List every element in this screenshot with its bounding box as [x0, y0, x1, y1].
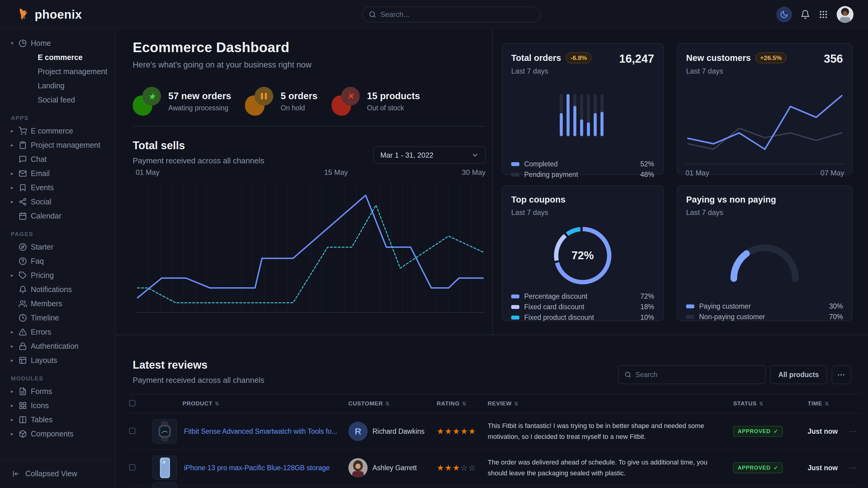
apps-menu-button[interactable]	[818, 10, 828, 19]
section-label-apps: APPS	[11, 115, 115, 122]
collapsed-view-toggle[interactable]: Collapsed View	[0, 459, 115, 488]
brand-logo[interactable]: phoenix	[17, 0, 82, 29]
sidebar-item-calendar[interactable]: Calendar	[0, 209, 115, 223]
customer-cell[interactable]: Ashley Garrett	[348, 458, 437, 478]
sort-icon	[514, 400, 519, 407]
alert-triangle-icon	[19, 328, 31, 336]
dark-mode-toggle[interactable]	[776, 7, 792, 22]
row-checkbox[interactable]	[129, 428, 135, 434]
new-customers-value: 356	[824, 53, 843, 65]
page-subtitle: Here's what's going on at your business …	[133, 60, 312, 70]
top-navbar: phoenix	[0, 0, 868, 29]
user-avatar[interactable]	[837, 6, 854, 23]
chevron-right-icon	[11, 170, 19, 176]
on-hold-pause-icon	[245, 87, 273, 116]
product-thumbnail-iphone[interactable]	[153, 456, 177, 480]
total-orders-card: Total orders -6.8% Last 7 days 16,247 Co…	[502, 43, 663, 175]
sidebar-item-layouts[interactable]: Layouts	[0, 353, 115, 367]
column-review[interactable]: REVIEW	[488, 400, 733, 407]
moon-icon	[780, 10, 788, 19]
global-search[interactable]	[362, 7, 540, 22]
main-content: Ecommerce Dashboard Here's what's going …	[116, 29, 868, 488]
reviews-search-input[interactable]	[636, 371, 759, 379]
new-customers-card: New customers +26.5% Last 7 days 356 01 …	[677, 43, 852, 175]
product-link[interactable]: iPhone 13 pro max-Pacific Blue-128GB sto…	[184, 464, 330, 472]
chevron-down-icon	[11, 40, 19, 46]
sidebar-item-events[interactable]: Events	[0, 181, 115, 195]
sidebar-item-ecommerce-app[interactable]: E commerce	[0, 124, 115, 138]
sidebar-item-tables[interactable]: Tables	[0, 413, 115, 427]
sidebar-item-timeline[interactable]: Timeline	[0, 311, 115, 325]
sidebar-item-ecommerce[interactable]: E commerce	[0, 50, 115, 65]
chevron-down-icon	[471, 152, 478, 159]
sidebar-item-social[interactable]: Social	[0, 195, 115, 209]
more-options-button[interactable]: ⋯	[832, 365, 851, 384]
column-product[interactable]: PRODUCT	[153, 400, 348, 407]
customer-avatar: R	[348, 422, 368, 441]
chevron-right-icon	[11, 357, 19, 363]
sidebar-item-starter[interactable]: Starter	[0, 240, 115, 254]
file-text-icon	[19, 387, 31, 395]
column-rating[interactable]: RATING	[437, 400, 488, 407]
sidebar-item-project-management-app[interactable]: Project management	[0, 138, 115, 152]
notifications-button[interactable]	[801, 10, 810, 19]
sidebar-item-forms[interactable]: Forms	[0, 384, 115, 398]
row-more-button[interactable]: ⋯	[844, 427, 861, 435]
search-input[interactable]	[380, 10, 533, 19]
row-checkbox[interactable]	[129, 464, 135, 470]
product-link[interactable]: Fitbit Sense Advanced Smartwatch with To…	[184, 427, 337, 435]
lock-icon	[19, 342, 31, 350]
table-row: Fitbit Sense Advanced Smartwatch with To…	[129, 413, 861, 450]
new-orders-star-icon: ★	[133, 87, 161, 116]
sort-icon	[215, 400, 219, 407]
chevron-right-icon	[11, 185, 19, 191]
chevron-right-icon	[11, 343, 19, 349]
product-thumbnail-fitbit[interactable]	[153, 419, 177, 444]
customer-name: Ashley Garrett	[372, 464, 417, 472]
grid-icon	[818, 10, 828, 19]
status-badge: APPROVED	[733, 462, 783, 473]
sort-icon	[385, 400, 390, 407]
column-time[interactable]: TIME	[802, 400, 844, 407]
latest-reviews-subtitle: Payment received across all channels	[133, 376, 264, 385]
sidebar-item-authentication[interactable]: Authentication	[0, 339, 115, 353]
mail-icon	[19, 169, 31, 177]
all-products-button[interactable]: All products	[770, 365, 827, 384]
table-header: PRODUCT CUSTOMER RATING REVIEW STATUS TI…	[129, 394, 861, 413]
sidebar-item-landing[interactable]: Landing	[0, 79, 115, 93]
sidebar-item-members[interactable]: Members	[0, 297, 115, 311]
status-badge: APPROVED	[733, 426, 783, 437]
select-all-checkbox[interactable]	[129, 400, 135, 406]
sidebar-item-icons[interactable]: Icons	[0, 398, 115, 413]
chevron-right-icon	[11, 417, 19, 423]
sidebar-item-social-feed[interactable]: Social feed	[0, 93, 115, 107]
clock-icon	[19, 314, 31, 322]
top-coupons-card: Top coupons Last 7 days 72% Percentage d…	[502, 185, 663, 321]
customer-cell[interactable]: R Richard Dawkins	[348, 422, 437, 441]
sort-icon	[462, 400, 466, 407]
reviews-search[interactable]	[618, 365, 766, 384]
section-label-modules: MODULES	[11, 375, 115, 382]
legend-pending: Pending payment48%	[511, 169, 654, 180]
x-tick: 01 May	[136, 168, 159, 176]
sidebar-item-faq[interactable]: Faq	[0, 254, 115, 268]
sidebar-item-home[interactable]: Home	[0, 36, 115, 50]
column-status[interactable]: STATUS	[733, 400, 802, 407]
sidebar-item-notifications[interactable]: Notifications	[0, 283, 115, 297]
x-tick: 15 May	[324, 168, 348, 176]
sidebar-item-email[interactable]: Email	[0, 166, 115, 181]
sidebar-item-project-management[interactable]: Project management	[0, 65, 115, 79]
sidebar-item-chat[interactable]: Chat	[0, 152, 115, 166]
sidebar-item-errors[interactable]: Errors	[0, 325, 115, 339]
new-customers-line-chart	[685, 89, 844, 166]
total-orders-bar-chart	[559, 93, 607, 137]
date-range-select[interactable]: Mar 1 - 31, 2022	[373, 147, 486, 164]
sidebar-item-pricing[interactable]: Pricing	[0, 268, 115, 283]
pie-chart-icon	[19, 39, 31, 47]
sidebar-item-components[interactable]: Components	[0, 427, 115, 441]
row-more-button[interactable]: ⋯	[844, 464, 861, 472]
total-orders-badge: -6.8%	[566, 53, 591, 63]
rating-stars: ★★★★★	[437, 426, 488, 436]
chat-icon	[19, 155, 31, 163]
column-customer[interactable]: CUSTOMER	[348, 400, 437, 407]
